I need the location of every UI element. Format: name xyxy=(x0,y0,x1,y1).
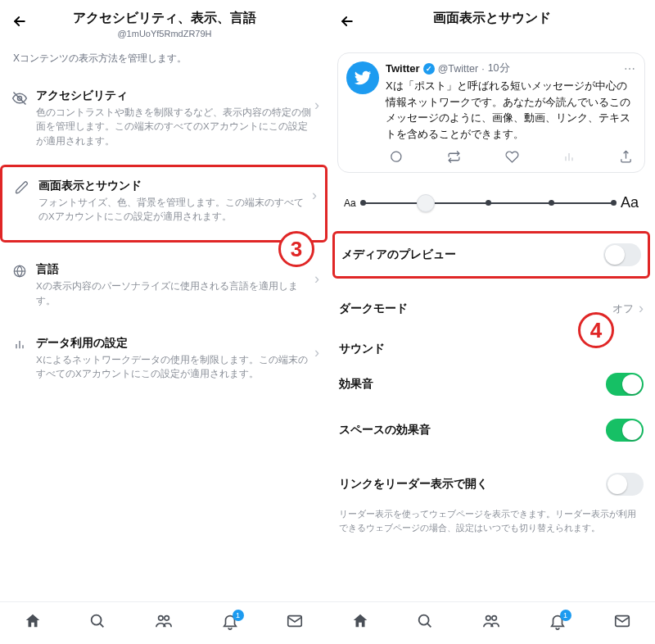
slider-thumb[interactable] xyxy=(417,194,435,212)
right-pane: 画面表示とサウンド Twitter @Twitter · 10分 ⋯ Xは「ポス… xyxy=(328,0,655,644)
tweet-handle: @Twitter xyxy=(438,63,479,75)
row-desc: Xの表示内容のパーソナライズに使用される言語を適用します。 xyxy=(36,279,313,308)
reader-label: リンクをリーダー表示で開く xyxy=(339,477,606,492)
row-data-usage[interactable]: データ利用の設定 Xによるネットワークデータの使用を制限します。この端末のすべて… xyxy=(0,324,328,398)
nav-search[interactable] xyxy=(416,612,434,634)
nav-messages[interactable] xyxy=(613,612,631,634)
pencil-icon xyxy=(11,179,34,195)
row-media-preview[interactable]: メディアのプレビュー xyxy=(332,231,650,279)
tweet-text: Xは「ポスト」と呼ばれる短いメッセージが中心の情報ネットワークです。あなたが今読… xyxy=(386,78,636,142)
bars-icon xyxy=(8,336,31,351)
media-preview-label: メディアのプレビュー xyxy=(341,247,603,262)
svg-point-17 xyxy=(486,616,491,621)
row-language[interactable]: 言語 Xの表示内容のパーソナライズに使用される言語を適用します。 › xyxy=(0,243,328,324)
section-caption: Xコンテンツの表示方法を管理します。 xyxy=(0,43,328,77)
back-button[interactable] xyxy=(336,10,360,33)
bottom-nav: 1 xyxy=(0,601,328,644)
row-title: 画面表示とサウンド xyxy=(38,179,310,193)
eye-off-icon xyxy=(8,88,31,107)
chevron-right-icon: › xyxy=(314,88,319,114)
row-sound-effects[interactable]: 効果音 xyxy=(328,361,655,407)
retweet-icon[interactable] xyxy=(446,150,462,167)
page-title: 画面表示とサウンド xyxy=(360,10,624,27)
row-desc: 色のコントラストや動きを制限するなど、表示内容の特定の側面を管理します。この端末… xyxy=(36,106,313,148)
reader-note: リーダー表示を使ってウェブページを表示できます。リーダー表示が利用できるウェブペ… xyxy=(328,507,655,542)
nav-communities[interactable] xyxy=(154,612,174,634)
row-desc: Xによるネットワークデータの使用を制限します。この端末のすべてのXアカウントにこ… xyxy=(36,353,313,382)
chevron-right-icon: › xyxy=(314,336,319,361)
twitter-avatar-icon xyxy=(346,61,379,94)
row-display-sound[interactable]: 画面表示とサウンド フォントサイズ、色、背景を管理します。この端末のすべてのXア… xyxy=(0,165,328,243)
account-handle: @1mUoYf5RmdZR79H xyxy=(33,29,296,39)
step-badge-label: 3 xyxy=(291,237,302,262)
nav-notifications[interactable]: 1 xyxy=(221,612,239,634)
nav-notifications[interactable]: 1 xyxy=(549,612,567,634)
dark-mode-value: オフ xyxy=(612,302,634,316)
nav-home[interactable] xyxy=(24,612,42,634)
nav-messages[interactable] xyxy=(286,612,304,634)
svg-line-16 xyxy=(427,624,431,627)
views-icon xyxy=(562,150,576,167)
step-badge-label: 4 xyxy=(590,318,602,343)
slider-track[interactable] xyxy=(363,202,614,204)
row-accessibility[interactable]: アクセシビリティ 色のコントラストや動きを制限するなど、表示内容の特定の側面を管… xyxy=(0,77,328,165)
back-button[interactable] xyxy=(8,10,33,33)
chevron-right-icon: › xyxy=(314,262,319,288)
share-icon[interactable] xyxy=(619,150,633,167)
page-title: アクセシビリティ、表示、言語 xyxy=(33,10,296,27)
slider-min-label: Aa xyxy=(344,197,356,209)
svg-point-15 xyxy=(419,615,429,625)
left-pane: アクセシビリティ、表示、言語 @1mUoYf5RmdZR79H Xコンテンツの表… xyxy=(0,0,328,644)
sound-effects-label: 効果音 xyxy=(339,377,606,392)
row-title: データ利用の設定 xyxy=(36,336,313,351)
row-reader-mode[interactable]: リンクをリーダー表示で開く xyxy=(328,461,655,507)
chevron-right-icon: › xyxy=(639,300,644,317)
svg-line-7 xyxy=(100,624,103,627)
nav-home[interactable] xyxy=(351,612,369,634)
more-icon[interactable]: ⋯ xyxy=(624,62,636,75)
right-header: 画面表示とサウンド xyxy=(328,0,655,38)
spaces-effects-toggle[interactable] xyxy=(606,419,644,442)
svg-point-9 xyxy=(165,616,169,621)
media-preview-toggle[interactable] xyxy=(603,243,641,266)
step-badge-4: 4 xyxy=(578,312,614,348)
step-badge-3: 3 xyxy=(278,231,314,267)
globe-icon xyxy=(8,262,31,279)
nav-search[interactable] xyxy=(88,612,106,634)
tweet-preview: Twitter @Twitter · 10分 ⋯ Xは「ポスト」と呼ばれる短いメ… xyxy=(337,52,645,173)
font-size-slider[interactable]: Aa Aa xyxy=(328,184,655,231)
dot: · xyxy=(481,63,484,75)
notification-badge: 1 xyxy=(560,610,571,621)
row-title: 言語 xyxy=(36,262,313,277)
row-desc: フォントサイズ、色、背景を管理します。この端末のすべてのXアカウントにこの設定が… xyxy=(38,196,310,224)
reader-toggle[interactable] xyxy=(606,473,644,496)
tweet-time: 10分 xyxy=(488,61,510,75)
like-icon[interactable] xyxy=(505,150,519,167)
dark-mode-label: ダークモード xyxy=(339,302,612,316)
bottom-nav: 1 xyxy=(328,601,655,644)
svg-point-18 xyxy=(492,616,497,621)
row-spaces-effects[interactable]: スペースの効果音 xyxy=(328,407,655,453)
tweet-author: Twitter xyxy=(386,62,420,75)
svg-point-6 xyxy=(92,615,102,625)
chevron-right-icon: › xyxy=(312,179,317,204)
left-header: アクセシビリティ、表示、言語 @1mUoYf5RmdZR79H xyxy=(0,0,328,43)
reply-icon[interactable] xyxy=(389,150,403,167)
sound-effects-toggle[interactable] xyxy=(606,373,644,396)
notification-badge: 1 xyxy=(233,610,244,621)
spaces-effects-label: スペースの効果音 xyxy=(339,423,606,438)
verified-icon xyxy=(423,63,435,75)
row-title: アクセシビリティ xyxy=(36,88,313,103)
svg-point-8 xyxy=(159,616,164,621)
nav-communities[interactable] xyxy=(481,612,501,634)
slider-max-label: Aa xyxy=(621,194,639,211)
